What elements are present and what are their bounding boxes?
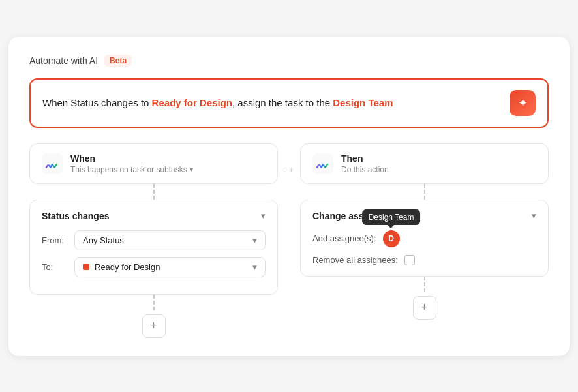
to-value: Ready for Design	[95, 262, 160, 272]
ai-button[interactable]: ✦	[510, 90, 536, 116]
when-sublabel: This happens on task or subtasks ▾	[70, 165, 266, 174]
avatar-letter: D	[388, 234, 394, 243]
when-card: When This happens on task or subtasks ▾	[29, 143, 278, 184]
clickup-logo-when	[42, 153, 63, 174]
prompt-text: When Status changes to Ready for Design,…	[42, 97, 499, 108]
action-box: Change assignees ▾ Add assignee(s): D De…	[300, 200, 549, 277]
when-card-info: When This happens on task or subtasks ▾	[70, 153, 266, 174]
to-row: To: Ready for Design ▾	[42, 257, 266, 277]
then-sublabel: Do this action	[341, 165, 536, 174]
from-chevron-icon: ▾	[252, 235, 257, 245]
dashed-line-1	[153, 184, 155, 200]
then-card-info: Then Do this action	[341, 153, 536, 174]
automate-container: Automate with AI Beta When Status change…	[8, 37, 570, 356]
workflow-area: When This happens on task or subtasks ▾ …	[29, 143, 549, 338]
prompt-highlight1: Ready for Design	[152, 97, 232, 108]
then-card: Then Do this action	[300, 143, 549, 184]
when-add-icon: +	[150, 319, 157, 333]
sparkle-icon: ✦	[518, 96, 528, 110]
then-add-button[interactable]: +	[413, 296, 436, 320]
then-add-icon: +	[421, 301, 428, 314]
action-header: Change assignees ▾	[312, 211, 536, 221]
condition-chevron-icon: ▾	[261, 211, 266, 220]
clickup-logo-then	[312, 153, 333, 174]
beta-badge: Beta	[104, 55, 132, 67]
condition-box: Status changes ▾ From: Any Status ▾ To: …	[29, 200, 278, 295]
add-assignee-label: Add assignee(s):	[312, 234, 376, 243]
dashed-line-4	[424, 277, 425, 292]
then-column: Then Do this action Change assignees ▾ A…	[300, 143, 549, 320]
status-dot-icon	[83, 264, 89, 270]
avatar-wrapper: D Design Team	[383, 230, 400, 247]
condition-title: Status changes	[42, 211, 109, 221]
to-chevron-icon: ▾	[252, 262, 257, 272]
action-chevron-icon: ▾	[532, 211, 536, 220]
remove-checkbox[interactable]	[404, 255, 415, 265]
condition-header: Status changes ▾	[42, 211, 266, 221]
assignee-row: Add assignee(s): D Design Team	[312, 230, 536, 247]
from-select[interactable]: Any Status ▾	[74, 230, 266, 250]
from-value: Any Status	[83, 235, 124, 245]
header-row: Automate with AI Beta	[29, 55, 549, 67]
when-column: When This happens on task or subtasks ▾ …	[29, 143, 278, 338]
dashed-line-3	[424, 184, 425, 200]
prompt-box: When Status changes to Ready for Design,…	[29, 78, 549, 128]
to-select[interactable]: Ready for Design ▾	[74, 257, 266, 277]
from-row: From: Any Status ▾	[42, 230, 266, 250]
arrow-connector: →	[278, 143, 300, 177]
prompt-highlight2: Design Team	[333, 97, 393, 108]
when-chevron-icon: ▾	[190, 166, 193, 173]
remove-label: Remove all assignees:	[312, 255, 398, 265]
when-label: When	[70, 153, 266, 164]
then-label: Then	[341, 153, 536, 164]
assignee-avatar[interactable]: D	[383, 230, 400, 247]
from-label: From:	[42, 235, 68, 245]
remove-row: Remove all assignees:	[312, 255, 536, 265]
prompt-prefix: When Status changes to	[42, 97, 152, 108]
design-team-tooltip: Design Team	[362, 209, 421, 225]
header-title: Automate with AI	[29, 55, 98, 66]
when-add-button[interactable]: +	[142, 314, 166, 338]
prompt-middle: , assign the task to the	[232, 97, 333, 108]
dashed-line-2	[153, 295, 155, 310]
to-label: To:	[42, 262, 68, 272]
